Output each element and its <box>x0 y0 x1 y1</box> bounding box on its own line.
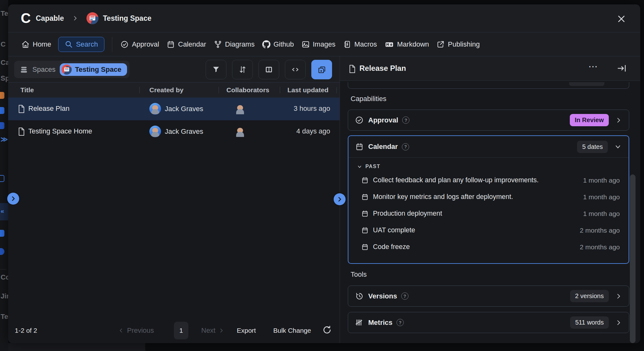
event-time: 2 months ago <box>580 227 620 234</box>
expand-detail-panel-button[interactable] <box>334 193 346 205</box>
filter-bar: Spaces Testing Space <box>8 56 340 82</box>
calendar-event[interactable]: Code freeze 2 months ago <box>348 239 629 255</box>
background-label: Jir <box>1 292 8 300</box>
nav-item-search[interactable]: Search <box>58 37 105 52</box>
tools-section-label: Tools <box>351 270 367 279</box>
column-last-updated[interactable]: Last updated <box>287 86 329 94</box>
help-icon[interactable]: ? <box>401 292 408 300</box>
metrics-card[interactable]: Metrics ? 511 words <box>348 312 629 333</box>
breadcrumb-app[interactable]: Capable <box>36 14 64 23</box>
chevron-right-icon[interactable] <box>615 319 622 326</box>
help-icon[interactable]: ? <box>402 116 409 124</box>
saved-views-button[interactable] <box>311 60 332 79</box>
check-circle-icon <box>355 116 364 124</box>
table-row-testing-space-home[interactable]: Testing Space Home Jack Graves 4 days ag… <box>8 120 340 143</box>
sort-button[interactable] <box>232 60 253 79</box>
calendar-count-badge: 5 dates <box>577 141 608 153</box>
nav-item-home[interactable]: Home <box>18 37 55 52</box>
nav-item-images[interactable]: Images <box>298 37 339 52</box>
approval-card[interactable]: Approval ? In Review <box>348 110 629 131</box>
collapse-panel-icon[interactable] <box>617 63 627 75</box>
background-selected-item: « <box>0 203 8 220</box>
scrollbar-thumb[interactable] <box>630 174 636 343</box>
column-title[interactable]: Title <box>20 86 34 94</box>
calendar-icon <box>361 227 369 235</box>
previous-page-button[interactable]: Previous <box>118 326 154 335</box>
columns-button[interactable] <box>258 60 279 79</box>
approval-label: Approval <box>368 116 398 124</box>
expand-left-panel-button[interactable] <box>7 193 19 205</box>
chevron-left-icon <box>118 328 124 333</box>
calendar-label: Calendar <box>368 143 398 151</box>
code-icon <box>291 65 300 74</box>
nav-item-github[interactable]: Github <box>258 37 298 52</box>
background-page-bottom <box>0 343 145 351</box>
spaces-filter-chip[interactable]: Spaces Testing Space <box>14 61 130 78</box>
page-number-button[interactable]: 1 <box>174 322 188 339</box>
help-icon[interactable]: ? <box>397 319 404 326</box>
chevron-right-icon <box>336 196 343 202</box>
background-label: Te <box>1 313 8 321</box>
column-created-by[interactable]: Created by <box>149 86 184 94</box>
bulk-change-button[interactable]: Bulk Change <box>273 327 311 334</box>
badge-fragment <box>569 82 604 86</box>
nav-item-diagrams[interactable]: Diagrams <box>210 37 258 52</box>
help-icon[interactable]: ? <box>402 143 409 150</box>
nav-item-markdown[interactable]: Markdown <box>381 37 433 52</box>
results-toolbar <box>206 60 332 79</box>
chevron-down-icon[interactable] <box>614 143 622 150</box>
past-section-toggle[interactable]: PAST <box>357 164 380 169</box>
nav-item-approval[interactable]: Approval <box>117 37 163 52</box>
event-time: 1 month ago <box>583 193 620 201</box>
calendar-event[interactable]: Collect feedback and plan any follow-up … <box>348 172 629 189</box>
background-icon <box>0 248 4 255</box>
background-sidebar: Te C Ca Sp ≫ « Co Jir Te <box>0 0 8 351</box>
space-pill-label: Testing Space <box>75 65 121 74</box>
table-row-release-plan[interactable]: Release Plan Jack Graves 3 hours ago <box>8 98 340 120</box>
space-icon <box>62 65 72 75</box>
calendar-event[interactable]: Production deployment 1 month ago <box>348 206 629 222</box>
background-label: Sp <box>1 74 8 82</box>
calendar-icon <box>361 210 369 218</box>
background-label: Te <box>1 9 8 18</box>
scrolled-card-fragment <box>348 82 629 89</box>
background-icon <box>0 92 4 99</box>
diagram-icon <box>214 40 222 48</box>
nav-label: Home <box>33 40 51 48</box>
nav-item-publishing[interactable]: Publishing <box>433 37 484 52</box>
nav-item-macros[interactable]: Macros <box>339 37 381 52</box>
row-creator: Jack Graves <box>149 103 203 115</box>
search-modal: C Capable Testing Space Home Search <box>8 4 640 343</box>
chevron-right-icon[interactable] <box>615 293 622 300</box>
space-filter-pill[interactable]: Testing Space <box>60 63 127 76</box>
calendar-card-header[interactable]: Calendar ? 5 dates <box>348 136 629 158</box>
row-title: Testing Space Home <box>28 127 92 135</box>
row-last-updated: 3 hours ago <box>294 105 330 113</box>
nav-label: Search <box>76 40 98 48</box>
more-menu-icon[interactable]: ⋯ <box>588 61 598 72</box>
code-view-button[interactable] <box>285 60 306 79</box>
close-icon[interactable] <box>615 13 628 25</box>
filter-button[interactable] <box>206 60 226 79</box>
metrics-label: Metrics <box>368 319 392 327</box>
versions-card[interactable]: Versions ? 2 versions <box>348 286 629 307</box>
funnel-icon <box>212 65 220 74</box>
nav-item-calendar[interactable]: Calendar <box>163 37 210 52</box>
chevron-right-icon[interactable] <box>615 117 622 124</box>
avatar <box>149 103 161 115</box>
next-page-button[interactable]: Next <box>201 326 224 335</box>
calendar-event[interactable]: UAT complete 2 months ago <box>348 222 629 239</box>
event-text: Monitor key metrics and logs after deplo… <box>373 193 513 201</box>
document-icon <box>17 104 26 115</box>
home-icon <box>21 40 30 48</box>
calendar-event[interactable]: Monitor key metrics and logs after deplo… <box>348 189 629 205</box>
sort-arrows-icon <box>238 65 247 74</box>
export-button[interactable]: Export <box>237 327 256 334</box>
background-icon <box>0 175 4 182</box>
creator-name: Jack Graves <box>165 105 203 113</box>
breadcrumb-space[interactable]: Testing Space <box>103 14 151 23</box>
chevron-right-icon <box>219 328 224 333</box>
stack-icon <box>20 65 28 74</box>
refresh-icon[interactable] <box>322 325 332 336</box>
column-collaborators[interactable]: Collaborators <box>226 86 269 94</box>
